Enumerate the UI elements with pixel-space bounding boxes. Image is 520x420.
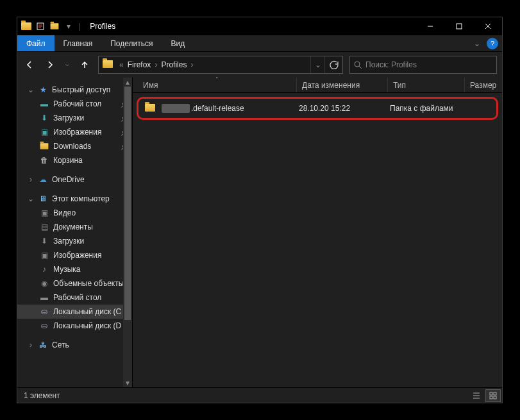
svg-rect-6 (494, 396, 496, 399)
sidebar-item-pictures[interactable]: ▣Изображения📌 (17, 125, 132, 139)
sidebar-this-pc[interactable]: ⌄ 🖥 Этот компьютер (17, 192, 132, 206)
column-date[interactable]: Дата изменения (297, 78, 388, 92)
svg-rect-1 (457, 24, 462, 29)
sidebar-item-documents[interactable]: ▤Документы (17, 220, 132, 234)
sidebar-item-downloads2[interactable]: Downloads📌 (17, 139, 132, 153)
minimize-button[interactable] (415, 17, 444, 35)
sidebar-item-desktop2[interactable]: ▬Рабочий стол (17, 290, 132, 305)
scrollbar-thumb[interactable] (124, 87, 131, 320)
nav-forward-button[interactable] (43, 58, 57, 72)
pictures-icon: ▣ (39, 127, 49, 137)
address-row: « Firefox › Profiles › ⌄ Поиск: Profiles (17, 52, 502, 78)
desktop-icon: ▬ (39, 99, 49, 109)
help-icon[interactable]: ? (487, 38, 498, 49)
window-title: Profiles (90, 22, 115, 31)
view-details-button[interactable] (469, 389, 484, 402)
download-icon: ⬇ (39, 236, 49, 246)
chevron-right-icon: › (28, 340, 34, 349)
pc-icon: 🖥 (38, 194, 48, 204)
file-rows: .default-release 28.10.20 15:22 Папка с … (133, 93, 502, 387)
sidebar-item-pictures2[interactable]: ▣Изображения (17, 248, 132, 262)
qat-properties-icon[interactable] (35, 21, 46, 31)
file-row[interactable]: .default-release 28.10.20 15:22 Папка с … (140, 100, 495, 117)
sidebar-item-videos[interactable]: ▣Видео (17, 206, 132, 220)
pictures-icon: ▣ (39, 250, 49, 260)
nav-up-button[interactable] (78, 58, 92, 72)
qat-dropdown-icon[interactable]: ▾ (63, 21, 74, 31)
nav-recent-dropdown[interactable] (63, 58, 71, 72)
sidebar-item-desktop[interactable]: ▬Рабочий стол📌 (17, 97, 132, 111)
sidebar-item-drive-c[interactable]: ⛀Локальный диск (C (17, 305, 132, 319)
scroll-up-icon[interactable]: ▴ (123, 78, 132, 87)
ribbon-tab-share[interactable]: Поделиться (101, 35, 162, 51)
chevron-right-icon[interactable]: › (153, 60, 158, 69)
desktop-icon: ▬ (39, 292, 49, 303)
cloud-icon: ☁ (38, 174, 48, 185)
column-size[interactable]: Размер (465, 78, 502, 92)
sidebar-item-drive-d[interactable]: ⛀Локальный диск (D (17, 319, 132, 333)
search-placeholder: Поиск: Profiles (365, 60, 417, 69)
chevron-down-icon: ⌄ (28, 85, 34, 94)
sidebar-item-recycle[interactable]: 🗑Корзина (17, 153, 132, 167)
star-icon: ★ (38, 85, 48, 95)
sort-asc-icon: ˄ (215, 76, 219, 83)
sidebar-onedrive[interactable]: › ☁ OneDrive (17, 172, 132, 187)
obscured-text (162, 104, 190, 113)
column-type[interactable]: Тип (388, 78, 465, 92)
svg-rect-4 (494, 392, 496, 395)
body: ⌄ ★ Быстрый доступ ▬Рабочий стол📌 ⬇Загру… (17, 78, 502, 387)
navigation-pane: ⌄ ★ Быстрый доступ ▬Рабочий стол📌 ⬇Загру… (17, 78, 133, 387)
status-bar: 1 элемент (17, 387, 502, 403)
svg-point-2 (355, 62, 360, 67)
scroll-down-icon[interactable]: ▾ (123, 378, 132, 387)
search-icon (350, 61, 365, 69)
app-icon (21, 21, 31, 31)
ribbon-tab-home[interactable]: Главная (55, 35, 102, 51)
nav-back-button[interactable] (22, 58, 37, 72)
refresh-button[interactable] (324, 56, 342, 73)
qat-newfolder-icon[interactable] (49, 21, 60, 31)
file-date: 28.10.20 15:22 (299, 104, 390, 113)
address-history-dropdown[interactable]: ⌄ (310, 56, 324, 73)
folder-icon (39, 141, 49, 151)
sidebar-network[interactable]: › 🖧 Сеть (17, 338, 132, 352)
view-icons-button[interactable] (485, 389, 501, 402)
chevron-right-icon[interactable]: « (118, 60, 125, 69)
download-icon: ⬇ (39, 113, 49, 123)
title-bar-separator: | (78, 22, 82, 31)
drive-icon: ⛀ (39, 307, 49, 317)
close-button[interactable] (473, 17, 502, 35)
title-bar: ▾ | Profiles (17, 17, 502, 35)
sidebar-item-3d[interactable]: ◉Объемные объекты (17, 276, 132, 290)
maximize-button[interactable] (444, 17, 473, 35)
search-box[interactable]: Поиск: Profiles (349, 56, 497, 74)
breadcrumb-profiles[interactable]: Profiles (158, 60, 189, 69)
sidebar-item-music[interactable]: ♪Музыка (17, 262, 132, 276)
title-bar-left: ▾ | Profiles (17, 21, 115, 31)
address-folder-icon (103, 60, 114, 69)
ribbon-bar: Файл Главная Поделиться Вид ⌄ ? (17, 35, 502, 52)
sidebar-quick-access[interactable]: ⌄ ★ Быстрый доступ (17, 83, 132, 97)
column-headers: ˄ Имя Дата изменения Тип Размер (133, 78, 502, 93)
column-name[interactable]: ˄ Имя (138, 78, 297, 92)
breadcrumb-firefox[interactable]: Firefox (125, 60, 154, 69)
highlight-annotation: .default-release 28.10.20 15:22 Папка с … (137, 97, 498, 120)
file-list-pane: ˄ Имя Дата изменения Тип Размер .default… (133, 78, 502, 387)
ribbon-tab-view[interactable]: Вид (162, 35, 194, 51)
sidebar-item-downloads3[interactable]: ⬇Загрузки (17, 234, 132, 248)
music-icon: ♪ (39, 264, 49, 274)
svg-rect-3 (490, 392, 492, 395)
network-icon: 🖧 (38, 340, 48, 350)
folder-icon (145, 104, 156, 113)
sidebar-scrollbar[interactable]: ▴ ▾ (123, 78, 132, 387)
ribbon-expand-icon[interactable]: ⌄ (474, 35, 483, 51)
sidebar-item-downloads[interactable]: ⬇Загрузки📌 (17, 111, 132, 125)
chevron-down-icon: ⌄ (28, 194, 34, 203)
objects-icon: ◉ (39, 278, 49, 289)
address-bar[interactable]: « Firefox › Profiles › ⌄ (98, 56, 343, 74)
video-icon: ▣ (39, 208, 49, 218)
chevron-right-icon[interactable]: › (189, 60, 194, 69)
ribbon-file-tab[interactable]: Файл (17, 35, 55, 51)
status-count: 1 элемент (24, 391, 60, 400)
documents-icon: ▤ (39, 222, 49, 232)
